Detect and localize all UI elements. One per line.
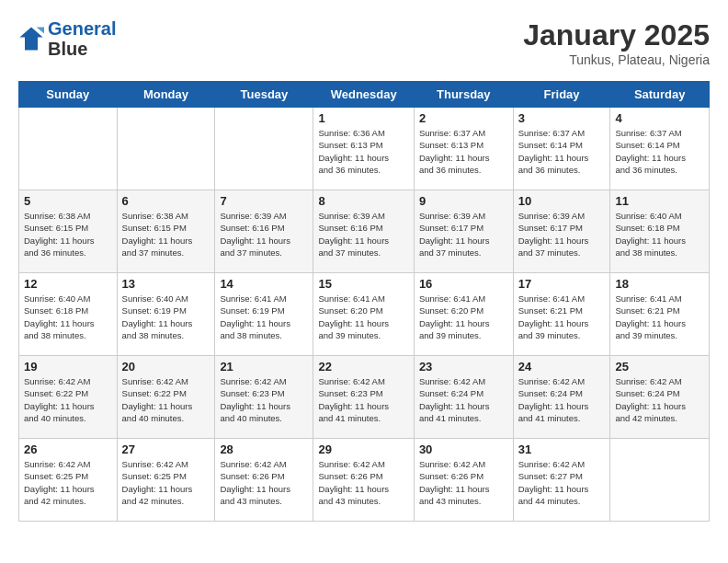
calendar-cell: 16Sunrise: 6:41 AM Sunset: 6:20 PM Dayli…: [414, 273, 513, 356]
calendar-cell: 18Sunrise: 6:41 AM Sunset: 6:21 PM Dayli…: [610, 273, 710, 356]
day-number: 1: [318, 111, 408, 125]
day-number: 7: [220, 194, 308, 208]
day-info: Sunrise: 6:39 AM Sunset: 6:16 PM Dayligh…: [220, 210, 308, 259]
day-info: Sunrise: 6:42 AM Sunset: 6:26 PM Dayligh…: [220, 458, 308, 507]
day-number: 16: [419, 277, 508, 291]
calendar-cell: 22Sunrise: 6:42 AM Sunset: 6:23 PM Dayli…: [313, 356, 414, 439]
calendar-week-4: 19Sunrise: 6:42 AM Sunset: 6:22 PM Dayli…: [19, 356, 710, 439]
weekday-header-thursday: Thursday: [414, 82, 513, 108]
day-info: Sunrise: 6:42 AM Sunset: 6:25 PM Dayligh…: [24, 458, 112, 507]
weekday-header-wednesday: Wednesday: [313, 82, 414, 108]
calendar-cell: [19, 108, 118, 190]
day-number: 28: [220, 442, 308, 456]
day-number: 8: [318, 194, 408, 208]
day-info: Sunrise: 6:38 AM Sunset: 6:15 PM Dayligh…: [24, 210, 112, 259]
day-info: Sunrise: 6:41 AM Sunset: 6:20 PM Dayligh…: [318, 293, 408, 341]
calendar-cell: 7Sunrise: 6:39 AM Sunset: 6:16 PM Daylig…: [215, 190, 313, 273]
day-number: 22: [318, 360, 408, 373]
calendar-cell: 2Sunrise: 6:37 AM Sunset: 6:13 PM Daylig…: [414, 108, 513, 190]
logo-text-general: General: [48, 18, 116, 39]
calendar-week-3: 12Sunrise: 6:40 AM Sunset: 6:18 PM Dayli…: [19, 273, 710, 356]
day-info: Sunrise: 6:42 AM Sunset: 6:26 PM Dayligh…: [318, 458, 408, 507]
weekday-header-friday: Friday: [513, 82, 610, 108]
calendar-cell: 23Sunrise: 6:42 AM Sunset: 6:24 PM Dayli…: [414, 356, 513, 439]
calendar-cell: 28Sunrise: 6:42 AM Sunset: 6:26 PM Dayli…: [215, 439, 313, 522]
calendar-cell: [117, 108, 215, 190]
calendar-cell: 31Sunrise: 6:42 AM Sunset: 6:27 PM Dayli…: [513, 439, 610, 522]
weekday-header-row: SundayMondayTuesdayWednesdayThursdayFrid…: [19, 82, 710, 108]
calendar-cell: 30Sunrise: 6:42 AM Sunset: 6:26 PM Dayli…: [414, 439, 513, 522]
calendar-cell: 24Sunrise: 6:42 AM Sunset: 6:24 PM Dayli…: [513, 356, 610, 439]
calendar-cell: 11Sunrise: 6:40 AM Sunset: 6:18 PM Dayli…: [610, 190, 710, 273]
day-info: Sunrise: 6:42 AM Sunset: 6:23 PM Dayligh…: [318, 375, 408, 424]
day-number: 25: [615, 360, 704, 373]
day-number: 9: [419, 194, 508, 208]
day-number: 11: [615, 194, 704, 208]
weekday-header-tuesday: Tuesday: [215, 82, 313, 108]
day-info: Sunrise: 6:39 AM Sunset: 6:17 PM Dayligh…: [419, 210, 508, 259]
day-info: Sunrise: 6:42 AM Sunset: 6:24 PM Dayligh…: [615, 375, 704, 424]
day-info: Sunrise: 6:42 AM Sunset: 6:23 PM Dayligh…: [220, 375, 308, 424]
weekday-header-monday: Monday: [117, 82, 215, 108]
logo-text-blue: Blue: [48, 39, 87, 59]
day-number: 10: [518, 194, 606, 208]
day-number: 14: [220, 277, 308, 291]
calendar-cell: 17Sunrise: 6:41 AM Sunset: 6:21 PM Dayli…: [513, 273, 610, 356]
calendar-cell: [610, 439, 710, 522]
day-number: 4: [615, 111, 704, 125]
day-number: 26: [24, 442, 112, 456]
calendar-cell: 21Sunrise: 6:42 AM Sunset: 6:23 PM Dayli…: [215, 356, 313, 439]
day-number: 12: [24, 277, 112, 291]
day-info: Sunrise: 6:37 AM Sunset: 6:14 PM Dayligh…: [518, 127, 606, 176]
calendar-cell: 14Sunrise: 6:41 AM Sunset: 6:19 PM Dayli…: [215, 273, 313, 356]
svg-marker-1: [37, 27, 44, 33]
calendar-cell: 6Sunrise: 6:38 AM Sunset: 6:15 PM Daylig…: [117, 190, 215, 273]
calendar-cell: 4Sunrise: 6:37 AM Sunset: 6:14 PM Daylig…: [610, 108, 710, 190]
calendar-cell: 20Sunrise: 6:42 AM Sunset: 6:22 PM Dayli…: [117, 356, 215, 439]
day-number: 21: [220, 360, 308, 373]
calendar-cell: 5Sunrise: 6:38 AM Sunset: 6:15 PM Daylig…: [19, 190, 118, 273]
calendar-cell: 3Sunrise: 6:37 AM Sunset: 6:14 PM Daylig…: [513, 108, 610, 190]
title-block: January 2025 Tunkus, Plateau, Nigeria: [523, 18, 710, 67]
day-number: 20: [122, 360, 210, 373]
day-info: Sunrise: 6:42 AM Sunset: 6:26 PM Dayligh…: [419, 458, 508, 507]
calendar-week-2: 5Sunrise: 6:38 AM Sunset: 6:15 PM Daylig…: [19, 190, 710, 273]
weekday-header-sunday: Sunday: [19, 82, 118, 108]
day-info: Sunrise: 6:38 AM Sunset: 6:15 PM Dayligh…: [122, 210, 210, 259]
day-info: Sunrise: 6:37 AM Sunset: 6:14 PM Dayligh…: [615, 127, 704, 176]
day-number: 27: [122, 442, 210, 456]
logo-icon: [18, 26, 44, 52]
day-info: Sunrise: 6:37 AM Sunset: 6:13 PM Dayligh…: [419, 127, 508, 176]
day-info: Sunrise: 6:41 AM Sunset: 6:20 PM Dayligh…: [419, 293, 508, 341]
calendar-cell: 26Sunrise: 6:42 AM Sunset: 6:25 PM Dayli…: [19, 439, 118, 522]
calendar-cell: 13Sunrise: 6:40 AM Sunset: 6:19 PM Dayli…: [117, 273, 215, 356]
calendar-cell: 10Sunrise: 6:39 AM Sunset: 6:17 PM Dayli…: [513, 190, 610, 273]
logo: General Blue: [18, 18, 116, 59]
day-number: 15: [318, 277, 408, 291]
day-info: Sunrise: 6:40 AM Sunset: 6:18 PM Dayligh…: [24, 293, 112, 341]
day-info: Sunrise: 6:39 AM Sunset: 6:17 PM Dayligh…: [518, 210, 606, 259]
svg-marker-0: [19, 27, 42, 50]
day-info: Sunrise: 6:40 AM Sunset: 6:19 PM Dayligh…: [122, 293, 210, 341]
day-info: Sunrise: 6:40 AM Sunset: 6:18 PM Dayligh…: [615, 210, 704, 259]
calendar-cell: [215, 108, 313, 190]
day-info: Sunrise: 6:42 AM Sunset: 6:27 PM Dayligh…: [518, 458, 606, 507]
day-number: 19: [24, 360, 112, 373]
day-info: Sunrise: 6:42 AM Sunset: 6:24 PM Dayligh…: [419, 375, 508, 424]
calendar-cell: 29Sunrise: 6:42 AM Sunset: 6:26 PM Dayli…: [313, 439, 414, 522]
calendar-cell: 19Sunrise: 6:42 AM Sunset: 6:22 PM Dayli…: [19, 356, 118, 439]
day-number: 23: [419, 360, 508, 373]
day-number: 5: [24, 194, 112, 208]
calendar-cell: 27Sunrise: 6:42 AM Sunset: 6:25 PM Dayli…: [117, 439, 215, 522]
calendar-week-1: 1Sunrise: 6:36 AM Sunset: 6:13 PM Daylig…: [19, 108, 710, 190]
calendar-cell: 25Sunrise: 6:42 AM Sunset: 6:24 PM Dayli…: [610, 356, 710, 439]
day-number: 18: [615, 277, 704, 291]
day-number: 2: [419, 111, 508, 125]
day-info: Sunrise: 6:41 AM Sunset: 6:19 PM Dayligh…: [220, 293, 308, 341]
weekday-header-saturday: Saturday: [610, 82, 710, 108]
month-title: January 2025: [523, 18, 710, 52]
calendar-table: SundayMondayTuesdayWednesdayThursdayFrid…: [18, 81, 710, 522]
day-number: 6: [122, 194, 210, 208]
day-number: 31: [518, 442, 606, 456]
calendar-week-5: 26Sunrise: 6:42 AM Sunset: 6:25 PM Dayli…: [19, 439, 710, 522]
